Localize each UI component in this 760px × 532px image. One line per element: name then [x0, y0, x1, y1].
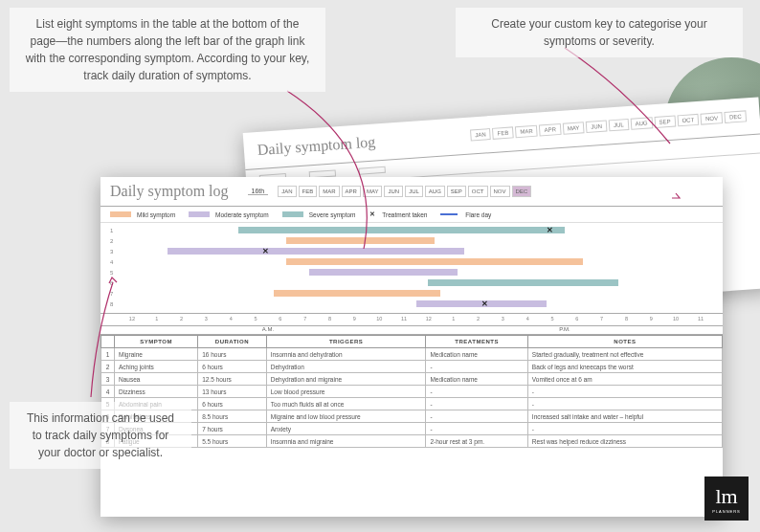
ampm-labels: A.M.P.M.: [101, 326, 723, 335]
symptom-chart: 1✕23✕45678✕: [101, 223, 723, 314]
treatment-mark: ✕: [262, 247, 269, 255]
legend-row: Mild symptom Moderate symptom Severe sym…: [101, 207, 723, 223]
callout-track: This information can be used to track da…: [10, 402, 191, 469]
chart-row-3: 3✕: [110, 246, 713, 256]
month-tab-apr[interactable]: APR: [342, 186, 361, 197]
callout-symptoms: List eight symptoms in the table at the …: [10, 8, 325, 92]
time-axis: 121234567891011121234567891011: [101, 314, 723, 326]
treatment-mark: ✕: [481, 299, 488, 308]
brand-logo: lmPLANNERS: [704, 477, 749, 521]
chart-row-6: 6: [110, 277, 713, 288]
month-tab-sep[interactable]: SEP: [447, 186, 466, 197]
month-tab-feb[interactable]: FEB: [299, 186, 318, 197]
table-row: 5Abdominal pain6 hoursToo much fluids al…: [101, 398, 723, 410]
date-field[interactable]: 16th: [248, 188, 269, 195]
chart-row-5: 5: [110, 267, 713, 277]
key-treatment: ✕ Treatment taken: [369, 211, 428, 218]
table-row: 1Migraine16 hoursInsomnia and dehydratio…: [101, 348, 723, 361]
table-row: 2Aching joints6 hoursDehydration-Back of…: [101, 361, 723, 373]
chart-row-1: 1✕: [110, 225, 713, 235]
treatment-mark: ✕: [547, 226, 553, 234]
header-row: Daily symptom log 16th JANFEBMARAPRMAYJU…: [101, 177, 723, 207]
chart-row-4: 4: [110, 256, 713, 267]
table-row: 8Fatigue5.5 hoursInsomnia and migraine2-…: [101, 435, 723, 448]
table-row: 4Dizziness13 hoursLow blood pressure--: [101, 386, 723, 398]
table-row: 6Palpitations8.5 hoursMigraine and low b…: [101, 410, 723, 423]
month-tab-jun[interactable]: JUN: [384, 186, 403, 197]
month-tab-jul[interactable]: JUL: [405, 186, 423, 197]
symptom-table: SYMPTOMDURATIONTRIGGERSTREATMENTSNOTES 1…: [101, 335, 723, 448]
table-row: 7Dyspnea7 hoursAnxiety--: [101, 423, 723, 435]
key-flare: Flare day: [440, 211, 491, 218]
month-tab-may[interactable]: MAY: [363, 186, 383, 197]
key-mild: Mild symptom: [110, 211, 175, 218]
callout-key: Create your custom key to categorise you…: [456, 8, 743, 57]
sheet-title: Daily symptom log: [257, 133, 376, 159]
month-tab-aug[interactable]: AUG: [425, 186, 445, 197]
chart-row-2: 2: [110, 235, 713, 246]
chart-row-8: 8✕: [110, 299, 713, 309]
month-tabs: JANFEBMARAPRMAYJUNJULAUGSEPOCTNOVDEC: [278, 186, 713, 197]
month-tab-mar[interactable]: MAR: [319, 186, 339, 197]
month-tab-dec[interactable]: DEC: [512, 186, 532, 197]
sheet-title: Daily symptom log: [110, 183, 229, 200]
planner-sheet-filled: Daily symptom log 16th JANFEBMARAPRMAYJU…: [101, 177, 723, 517]
key-severe: Severe symptom: [282, 211, 356, 218]
month-tab-nov[interactable]: NOV: [490, 186, 510, 197]
table-row: 3Nausea12.5 hoursDehydration and migrain…: [101, 373, 723, 386]
chart-row-7: 7: [110, 288, 713, 299]
month-tab-jan[interactable]: JAN: [278, 186, 296, 197]
month-tab-oct[interactable]: OCT: [468, 186, 488, 197]
key-moderate: Moderate symptom: [189, 211, 269, 218]
